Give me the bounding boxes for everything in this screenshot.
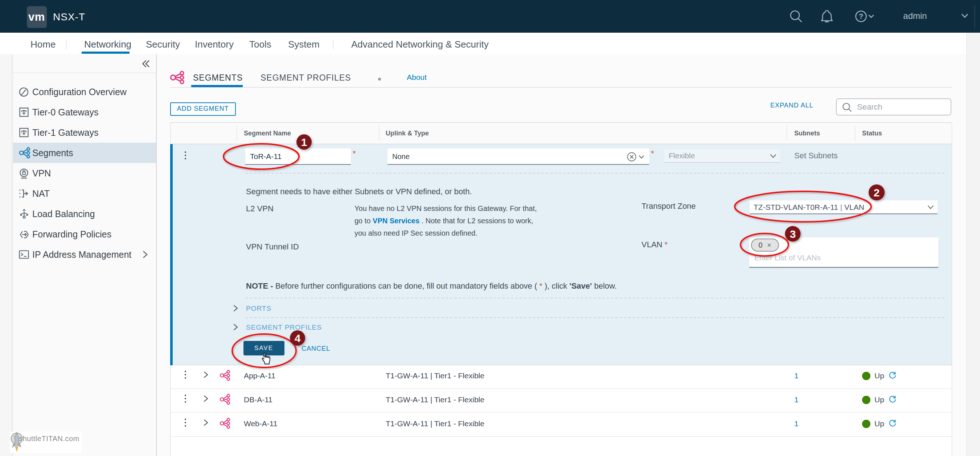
- svg-text:?: ?: [859, 12, 863, 20]
